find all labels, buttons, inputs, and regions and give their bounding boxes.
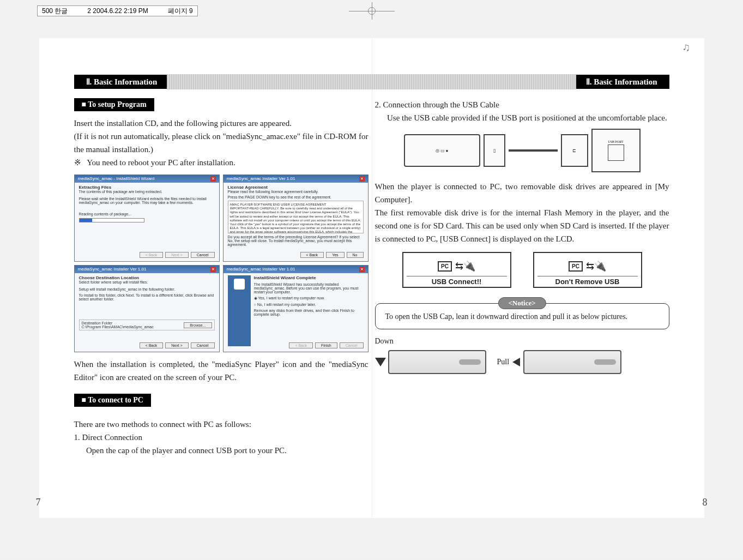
- no-button[interactable]: No: [347, 252, 364, 258]
- lcd-usb-connect: PC ⇆🔌 USB Connect!!: [402, 252, 511, 288]
- body: The InstallShield Wizard has successfull…: [254, 282, 364, 294]
- usb-port-label: USB PORT: [608, 140, 623, 143]
- heading: Choose Destination Location: [79, 275, 215, 280]
- right-page-column: 2. Connection through the USB Cable Use …: [375, 98, 669, 374]
- close-icon[interactable]: ✕: [210, 176, 216, 182]
- usb-icon: ⇆🔌: [586, 260, 606, 272]
- wizard-side-graphic: [228, 275, 251, 346]
- close-icon[interactable]: ✕: [359, 267, 365, 272]
- notice-body: To open the USB Cap, lean it downward di…: [385, 312, 628, 321]
- screenshot-destination: mediaSync_amac Installer Ver 1.01✕ Choos…: [74, 265, 220, 352]
- close-icon[interactable]: ✕: [359, 176, 365, 182]
- back-button: < Back: [289, 342, 313, 348]
- setup-p2: (If it is not run automatically, please …: [74, 130, 369, 156]
- pc-icon: PC: [569, 261, 583, 272]
- heading: Extracting Files: [79, 185, 215, 190]
- body: Please wait while the InstallShield Wiza…: [79, 197, 215, 204]
- page-fold: [372, 38, 372, 518]
- lcd-caption: Don't Remove USB: [537, 276, 638, 286]
- print-meta-bar: 500 한글 2 2004.6.22 2:19 PM 페이지 9: [37, 5, 198, 16]
- meta-left: 500 한글: [42, 7, 68, 16]
- back-button: < Back: [140, 252, 164, 258]
- page-spread: ♫ Ⅱ. Basic Information Ⅱ. Basic Informat…: [39, 38, 704, 518]
- connect-method-1-desc: Open the cap of the player and connect U…: [74, 444, 369, 457]
- heading: InstallShield Wizard Complete: [254, 275, 364, 280]
- body1: Setup will install mediaSync_amac in the…: [79, 287, 215, 291]
- pull-label: Pull: [497, 358, 510, 366]
- license-body: IMPORTANT-READ CAREFULLY: Be sure to car…: [230, 207, 361, 233]
- connect-method-2: 2. Connection through the USB Cable: [375, 98, 669, 111]
- setup-p3: ※ You need to reboot your PC after insta…: [74, 156, 369, 169]
- screenshot-complete: mediaSync_amac Installer Ver 1.01✕ Insta…: [223, 265, 369, 352]
- header-texture: [167, 74, 576, 89]
- win-title: mediaSync_amac Installer Ver 1.01: [227, 176, 295, 182]
- down-label: Down: [375, 337, 669, 346]
- radio-option-2[interactable]: ○ No, I will restart my computer later.: [254, 303, 364, 306]
- meta-mid: 2 2004.6.22 2:19 PM: [87, 7, 148, 15]
- device-side-icon: [523, 350, 621, 374]
- back-button[interactable]: < Back: [140, 342, 164, 348]
- screenshot-license: mediaSync_amac Installer Ver 1.01✕ Licen…: [223, 174, 369, 262]
- notice-tag: <Notice>: [498, 297, 546, 309]
- body2: Remove any disks from their drives, and …: [254, 309, 364, 316]
- section-header-right: Ⅱ. Basic Information: [576, 75, 669, 89]
- destination-folder-box: Destination Folder C:\Program Files\AMAC…: [79, 320, 215, 330]
- back-button[interactable]: < Back: [300, 252, 324, 258]
- yes-button[interactable]: Yes: [326, 252, 344, 258]
- accept-question: Do you accept all the terms of the prece…: [228, 235, 364, 246]
- license-title: AMAC PLAYER SOFTWARE END USER LICENSE AG…: [230, 203, 361, 207]
- close-icon[interactable]: ✕: [210, 267, 216, 272]
- right-p3: When the player is connected to PC, two …: [375, 180, 669, 206]
- license-textarea[interactable]: AMAC PLAYER SOFTWARE END USER LICENSE AG…: [228, 201, 364, 233]
- next-button: Next >: [165, 252, 188, 258]
- dest-path: C:\Program Files\AMAC\mediaSync_amac: [82, 325, 154, 329]
- note-mark: ※: [74, 158, 81, 167]
- setup-p3-text: You need to reboot your PC after install…: [87, 158, 235, 167]
- win-title: mediaSync_amac Installer Ver 1.01: [227, 267, 295, 272]
- crop-mark-icon: [355, 7, 388, 15]
- arrow-left-icon: [512, 358, 520, 366]
- label-setup-program: To setup Program: [74, 98, 154, 111]
- section-header-left: Ⅱ. Basic Information: [74, 75, 167, 89]
- screenshot-extracting: mediaSync_amac - InstallShield Wizard✕ E…: [74, 174, 220, 262]
- page-number-right: 8: [703, 497, 708, 508]
- setup-p1: Insert the installation CD, and the foll…: [74, 117, 369, 130]
- dest-label: Destination Folder: [82, 321, 154, 325]
- usb-cable-icon: [509, 149, 558, 152]
- label-connect-pc: To connect to PC: [74, 394, 151, 407]
- subheading: The contents of this package are being e…: [79, 190, 215, 194]
- lcd-screenshots: PC ⇆🔌 USB Connect!! PC ⇆🔌 Don't Remove U…: [375, 252, 669, 288]
- section-header-bar: Ⅱ. Basic Information Ⅱ. Basic Informatio…: [74, 74, 669, 89]
- body2: To install to this folder, click Next. T…: [79, 293, 215, 301]
- usb-plug-b-icon: ⊏: [561, 134, 588, 167]
- usb-plug-icon: ▯: [484, 134, 505, 167]
- page-number-left: 7: [36, 497, 41, 508]
- connect-method-2-desc: Use the USB cable provided if the USB po…: [375, 111, 669, 124]
- heading: License Agreement: [228, 185, 364, 190]
- pc-icon: PC: [438, 261, 452, 272]
- hint: Press the PAGE DOWN key to see the rest …: [228, 195, 364, 199]
- arrow-down-icon: [375, 358, 386, 366]
- connect-p1: There are two methods to connect with PC…: [74, 418, 369, 431]
- left-page-column: To setup Program Insert the installation…: [74, 98, 369, 457]
- radio-option-1[interactable]: ◉ Yes, I want to restart my computer now…: [254, 296, 364, 300]
- down-figure: Down Pull: [375, 337, 669, 374]
- connect-method-1: 1. Direct Connection: [74, 431, 369, 444]
- subheading: Please read the following licence agreem…: [228, 190, 364, 194]
- usb-connection-figure: ◎ ▭ ● ▯ ⊏ USB PORT: [375, 129, 669, 172]
- win-title: mediaSync_amac Installer Ver 1.01: [78, 267, 147, 272]
- browse-button[interactable]: Browse...: [184, 322, 212, 328]
- finish-button[interactable]: Finish: [315, 342, 337, 348]
- progress-bar: [79, 218, 144, 222]
- lcd-caption: USB Connect!!: [407, 276, 507, 286]
- lcd-dont-remove: PC ⇆🔌 Don't Remove USB: [533, 252, 642, 288]
- cancel-button[interactable]: Cancel: [191, 252, 215, 258]
- next-button[interactable]: Next >: [165, 342, 188, 348]
- status-text: Reading contents of package...: [79, 212, 215, 216]
- device-side-icon: [388, 350, 486, 374]
- after-install-text: When the installation is completed, the …: [74, 358, 369, 384]
- box-icon: [234, 279, 245, 290]
- cancel-button[interactable]: Cancel: [191, 342, 215, 348]
- installer-screenshots: mediaSync_amac - InstallShield Wizard✕ E…: [74, 174, 369, 352]
- player-device-icon: ◎ ▭ ●: [404, 134, 480, 167]
